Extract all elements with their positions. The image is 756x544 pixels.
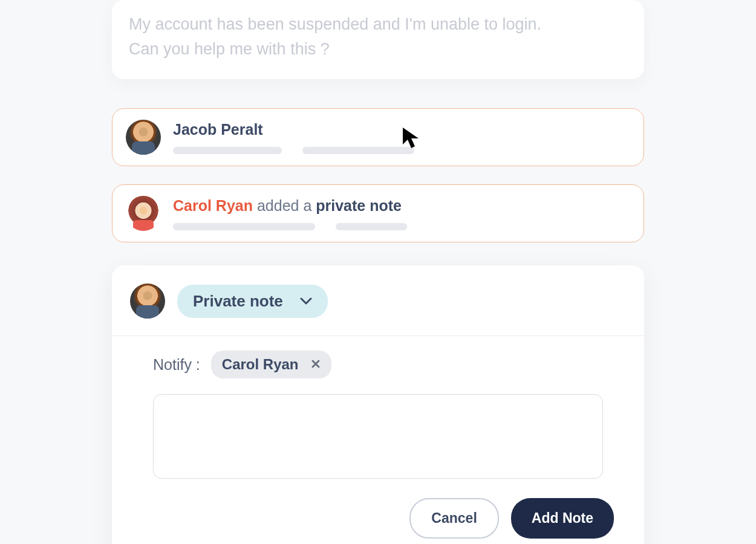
compose-header: Private note (112, 283, 644, 336)
message-line-1: My account has been suspended and I'm un… (129, 15, 541, 33)
chip-remove-icon[interactable] (311, 358, 321, 371)
button-row: Cancel Add Note (112, 481, 644, 539)
note-type-selector[interactable]: Private note (177, 285, 328, 318)
add-note-button[interactable]: Add Note (511, 498, 614, 539)
message-text: My account has been suspended and I'm un… (129, 12, 627, 61)
activity-author-name: Jacob Peralt (173, 121, 630, 138)
notify-row: Notify : Carol Ryan (112, 336, 644, 378)
compose-note-card: Private note Notify : Carol Ryan Cancel … (112, 265, 644, 544)
note-textarea[interactable] (153, 394, 603, 479)
notify-label: Notify : (153, 356, 200, 374)
avatar-current-user (130, 283, 165, 319)
skeleton-placeholder (173, 223, 630, 230)
activity-author: Carol Ryan (173, 197, 253, 214)
notify-chip: Carol Ryan (211, 351, 331, 378)
message-line-2: Can you help me with this ? (129, 40, 330, 58)
activity-card-jacob[interactable]: Jacob Peralt (112, 108, 644, 166)
skeleton-placeholder (173, 147, 630, 154)
activity-note-type: private note (316, 197, 402, 214)
skeleton-bar (302, 147, 414, 154)
cancel-button[interactable]: Cancel (409, 498, 498, 539)
notify-chip-name: Carol Ryan (222, 356, 299, 373)
activity-card-carol[interactable]: Carol Ryan added a private note (112, 184, 644, 242)
note-type-label: Private note (193, 292, 283, 311)
activity-action: added a (253, 197, 316, 214)
avatar-carol (126, 196, 161, 231)
skeleton-bar (173, 147, 282, 154)
skeleton-bar (336, 223, 407, 230)
skeleton-bar (173, 223, 315, 230)
activity-event-line: Carol Ryan added a private note (173, 197, 630, 215)
activity-content: Jacob Peralt (173, 121, 630, 154)
customer-message-card: My account has been suspended and I'm un… (112, 0, 644, 79)
activity-content: Carol Ryan added a private note (173, 197, 630, 230)
chevron-down-icon (300, 297, 312, 305)
avatar-jacob (126, 120, 161, 155)
